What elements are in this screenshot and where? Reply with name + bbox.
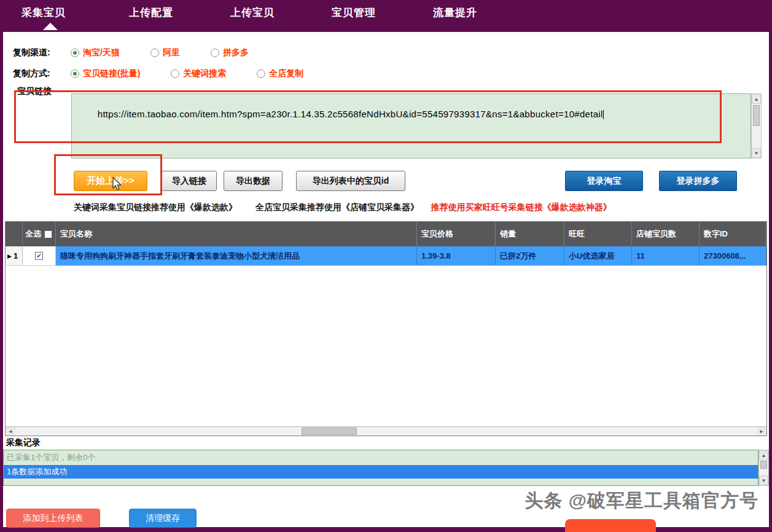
radio-unselected-icon bbox=[171, 69, 179, 78]
collect-record-listbox: 已采集1个宝贝，剩余0个 1条数据添加成功 ▲ ▼ bbox=[3, 450, 769, 486]
radio-pinduoduo-label: 拼多多 bbox=[223, 47, 249, 58]
radio-unselected-icon bbox=[211, 49, 219, 57]
cell-wangwang: 小U优选家居 bbox=[564, 246, 632, 265]
header-wangwang[interactable]: 旺旺 bbox=[564, 222, 632, 246]
row-checkbox-cell: ✔ bbox=[23, 246, 56, 265]
add-to-upload-list-button[interactable]: 添加到上传列表 bbox=[6, 509, 100, 528]
copy-channel-row: 复制渠道: 淘宝/天猫 阿里 拼多多 bbox=[13, 47, 279, 59]
item-link-textarea[interactable]: https://item.taobao.com/item.htm?spm=a23… bbox=[71, 93, 751, 158]
collect-record-list: 已采集1个宝贝，剩余0个 1条数据添加成功 bbox=[3, 450, 758, 486]
export-data-button[interactable]: 导出数据 bbox=[224, 171, 283, 191]
row-marker-icon: ▶ bbox=[7, 253, 12, 259]
radio-item-links-batch-label: 宝贝链接(批量) bbox=[83, 68, 140, 79]
cell-item-name: 猫咪专用狗狗刷牙神器手指套牙刷牙膏套装泰迪宠物小型犬清洁用品 bbox=[56, 246, 417, 265]
text-cursor-icon bbox=[603, 110, 604, 119]
radio-whole-shop-copy[interactable]: 全店复制 bbox=[257, 68, 303, 79]
hint-line: 关键词采集宝贝链接推荐使用《爆款选款》 全店宝贝采集推荐使用《店铺宝贝采集器》 … bbox=[74, 202, 768, 213]
header-select-all[interactable]: 全选 bbox=[23, 222, 56, 246]
tab-item-manage[interactable]: 宝贝管理 bbox=[332, 6, 376, 20]
item-link-label: 宝贝链接 bbox=[17, 86, 52, 97]
hint-keyword-collect: 关键词采集宝贝链接推荐使用《爆款选款》 bbox=[74, 202, 237, 212]
scroll-right-icon[interactable]: ► bbox=[757, 427, 766, 436]
radio-keyword-search[interactable]: 关键词搜索 bbox=[171, 68, 226, 79]
start-upload-button[interactable]: 开始上传>> bbox=[74, 171, 147, 191]
scroll-down-icon[interactable]: ▼ bbox=[752, 148, 761, 158]
radio-taobao-tmall-label: 淘宝/天猫 bbox=[83, 47, 120, 58]
import-links-button[interactable]: 导入链接 bbox=[162, 171, 217, 191]
scroll-left-icon[interactable]: ◄ bbox=[6, 427, 15, 436]
items-grid: 全选 宝贝名称 宝贝价格 销量 旺旺 店铺宝贝数 数字ID ▶ 1 ✔ 猫咪专用… bbox=[5, 221, 767, 436]
grid-row-1[interactable]: ▶ 1 ✔ 猫咪专用狗狗刷牙神器手指套牙刷牙膏套装泰迪宠物小型犬清洁用品 1.3… bbox=[6, 246, 766, 266]
header-row-marker bbox=[6, 222, 23, 246]
grid-empty-area bbox=[6, 266, 766, 426]
watermark-text: 头条 @破军星工具箱官方号 bbox=[524, 488, 758, 514]
radio-pinduoduo[interactable]: 拼多多 bbox=[211, 47, 249, 58]
scroll-up-icon[interactable]: ▲ bbox=[752, 94, 761, 104]
radio-selected-icon bbox=[71, 69, 79, 78]
header-sales[interactable]: 销量 bbox=[496, 222, 564, 246]
scroll-down-icon[interactable]: ▼ bbox=[759, 475, 768, 485]
header-item-name[interactable]: 宝贝名称 bbox=[56, 222, 417, 246]
collect-record-title: 采集记录 bbox=[6, 437, 41, 448]
app-window: 采集宝贝 上传配置 上传宝贝 宝贝管理 流量提升 复制渠道: 淘宝/天猫 阿里 … bbox=[0, 0, 772, 532]
cell-sales: 已拼2万件 bbox=[496, 246, 564, 265]
textarea-scrollbar[interactable]: ▲ ▼ bbox=[751, 93, 762, 158]
main-panel: 复制渠道: 淘宝/天猫 阿里 拼多多 复制方式: 宝贝链接(批量) bbox=[3, 32, 769, 527]
top-navbar: 采集宝贝 上传配置 上传宝贝 宝贝管理 流量提升 bbox=[0, 0, 772, 32]
cell-shop-count: 11 bbox=[632, 246, 700, 265]
login-pinduoduo-button[interactable]: 登录拼多多 bbox=[659, 171, 737, 191]
cell-item-price: 1.39-3.8 bbox=[417, 246, 496, 265]
record-line-1[interactable]: 已采集1个宝贝，剩余0个 bbox=[4, 450, 758, 465]
hint-wangwang-collect: 推荐使用买家旺旺号采集链接《爆款选款神器》 bbox=[431, 202, 612, 212]
tab-upload-config[interactable]: 上传配置 bbox=[129, 6, 173, 20]
grid-header-row: 全选 宝贝名称 宝贝价格 销量 旺旺 店铺宝贝数 数字ID bbox=[6, 222, 766, 246]
partial-bottom-right-button[interactable] bbox=[565, 519, 656, 532]
tab-collect-items[interactable]: 采集宝贝 bbox=[21, 6, 66, 20]
cell-digit-id: 27300608... bbox=[700, 246, 766, 265]
copy-channel-label: 复制渠道: bbox=[13, 47, 71, 58]
row-marker-cell: ▶ 1 bbox=[6, 246, 23, 265]
clear-cache-button[interactable]: 清理缓存 bbox=[129, 509, 197, 528]
scroll-up-icon[interactable]: ▲ bbox=[759, 450, 768, 460]
radio-alibaba[interactable]: 阿里 bbox=[150, 47, 180, 58]
radio-alibaba-label: 阿里 bbox=[163, 47, 180, 58]
header-digit-id[interactable]: 数字ID bbox=[700, 222, 766, 246]
radio-keyword-search-label: 关键词搜索 bbox=[183, 68, 226, 79]
header-item-price[interactable]: 宝贝价格 bbox=[417, 222, 496, 246]
record-line-2-selected[interactable]: 1条数据添加成功 bbox=[4, 465, 758, 479]
radio-item-links-batch[interactable]: 宝贝链接(批量) bbox=[71, 68, 140, 79]
row-index: 1 bbox=[14, 251, 18, 260]
tab-traffic-boost[interactable]: 流量提升 bbox=[433, 6, 477, 20]
item-link-text: https://item.taobao.com/item.htm?spm=a23… bbox=[98, 109, 603, 119]
header-shop-count[interactable]: 店铺宝贝数 bbox=[632, 222, 700, 246]
row-checkbox-checked[interactable]: ✔ bbox=[35, 252, 43, 260]
scrollbar-thumb[interactable] bbox=[753, 105, 760, 126]
record-scrollbar[interactable]: ▲ ▼ bbox=[758, 450, 769, 486]
radio-unselected-icon bbox=[150, 49, 159, 57]
hint-shop-collect: 全店宝贝采集推荐使用《店铺宝贝采集器》 bbox=[255, 202, 419, 212]
active-tab-indicator-icon bbox=[43, 23, 58, 30]
select-all-label: 全选 bbox=[25, 229, 41, 240]
radio-selected-icon bbox=[71, 49, 79, 57]
radio-unselected-icon bbox=[257, 69, 265, 78]
hscrollbar-thumb[interactable] bbox=[302, 428, 357, 435]
grid-horizontal-scrollbar[interactable]: ◄ ► bbox=[6, 426, 766, 436]
select-all-checkbox[interactable] bbox=[44, 230, 52, 238]
radio-taobao-tmall[interactable]: 淘宝/天猫 bbox=[71, 47, 120, 58]
radio-whole-shop-copy-label: 全店复制 bbox=[269, 68, 303, 79]
copy-method-label: 复制方式: bbox=[13, 68, 71, 79]
item-link-area: https://item.taobao.com/item.htm?spm=a23… bbox=[71, 93, 762, 158]
copy-method-row: 复制方式: 宝贝链接(批量) 关键词搜索 全店复制 bbox=[13, 68, 334, 80]
tab-upload-items[interactable]: 上传宝贝 bbox=[230, 6, 275, 20]
scrollbar-thumb[interactable] bbox=[760, 461, 767, 469]
login-taobao-button[interactable]: 登录淘宝 bbox=[565, 171, 643, 191]
export-item-ids-button[interactable]: 导出列表中的宝贝id bbox=[296, 171, 405, 191]
